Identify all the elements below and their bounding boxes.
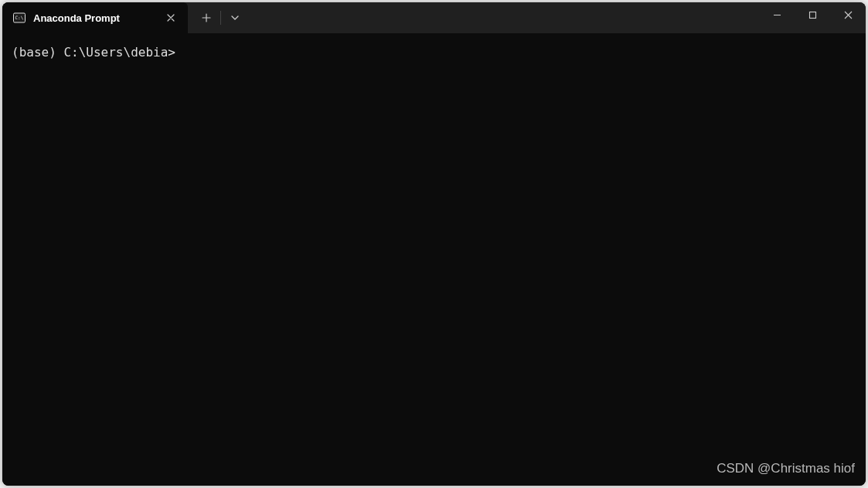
terminal-body[interactable]: (base) C:\Users\debia> CSDN @Christmas h… <box>2 33 866 486</box>
plus-icon <box>202 13 211 22</box>
chevron-down-icon <box>231 15 239 20</box>
svg-rect-2 <box>809 12 815 18</box>
minimize-button[interactable] <box>759 2 795 27</box>
svg-text:C:\: C:\ <box>15 15 24 20</box>
tab-close-button[interactable] <box>163 10 179 26</box>
terminal-window: C:\ Anaconda Prompt <box>2 2 866 486</box>
tabs-area: C:\ Anaconda Prompt <box>2 2 759 33</box>
minimize-icon <box>773 11 781 19</box>
close-icon <box>844 11 853 19</box>
close-icon <box>167 14 175 22</box>
cmd-icon: C:\ <box>13 12 26 24</box>
tab-actions <box>188 2 247 33</box>
prompt-line: (base) C:\Users\debia> <box>12 44 856 61</box>
tab-title: Anaconda Prompt <box>33 12 155 24</box>
window-controls <box>759 2 866 33</box>
maximize-button[interactable] <box>795 2 830 27</box>
maximize-icon <box>808 11 817 19</box>
close-window-button[interactable] <box>830 2 866 27</box>
divider <box>220 11 221 25</box>
watermark: CSDN @Christmas hiof <box>717 459 855 478</box>
tab-dropdown-button[interactable] <box>223 2 247 33</box>
titlebar[interactable]: C:\ Anaconda Prompt <box>2 2 866 33</box>
new-tab-button[interactable] <box>194 2 219 33</box>
tab-active[interactable]: C:\ Anaconda Prompt <box>2 2 188 33</box>
